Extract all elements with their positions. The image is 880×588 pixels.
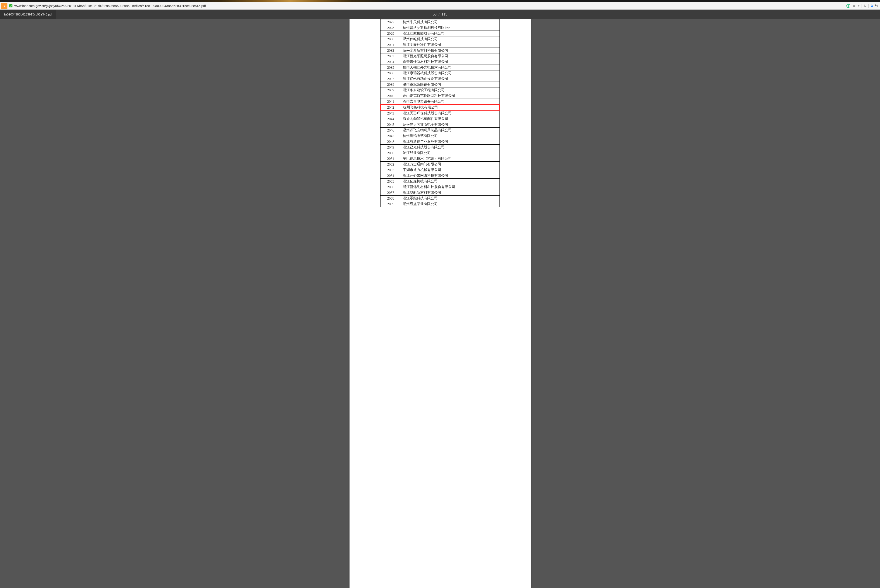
company-name: 辛巴信息技术（杭州）有限公司 bbox=[401, 156, 500, 162]
table-row: 2055浙江亿森机械有限公司 bbox=[381, 178, 500, 184]
pdf-tab[interactable]: 9a09034385b6283915cc92e545.pdf bbox=[0, 10, 56, 19]
company-table: 2027杭州牛贝科技有限公司2028杭州普洛赛斯检测科技有限公司2029浙江红鹰… bbox=[380, 19, 500, 207]
row-number: 2029 bbox=[381, 31, 401, 36]
row-number: 2035 bbox=[381, 65, 401, 70]
company-name: 浙江明泰标准件有限公司 bbox=[401, 42, 500, 48]
url-text: www.innocom.gov.cn/gxjsqyrdw/zsa/201811/… bbox=[14, 4, 206, 8]
row-number: 2057 bbox=[381, 190, 401, 196]
row-number: 2059 bbox=[381, 201, 401, 207]
company-name: 浙江华彩新材料有限公司 bbox=[401, 190, 500, 196]
row-number: 2032 bbox=[381, 48, 401, 53]
table-row: 2032绍兴东升新材料科技有限公司 bbox=[381, 48, 500, 53]
table-row: 2036浙江康瑞器械科技股份有限公司 bbox=[381, 70, 500, 76]
company-name: 浙江开心果网络科技有限公司 bbox=[401, 173, 500, 178]
table-row: 2051辛巴信息技术（杭州）有限公司 bbox=[381, 156, 500, 162]
company-name: 嘉善东佳新材料科技有限公司 bbox=[401, 59, 500, 65]
table-row: 2040舟山麦克斯韦物联网科技有限公司 bbox=[381, 93, 500, 99]
row-number: 2036 bbox=[381, 70, 401, 76]
row-number: 2027 bbox=[381, 20, 401, 25]
row-number: 2031 bbox=[381, 42, 401, 48]
company-name: 浙江华东建设工程有限公司 bbox=[401, 87, 500, 93]
company-name: 浙江新远见材料科技股份有限公司 bbox=[401, 184, 500, 190]
row-number: 2049 bbox=[381, 145, 401, 150]
row-number: 2051 bbox=[381, 156, 401, 162]
table-row: 2053平湖市通力机械有限公司 bbox=[381, 167, 500, 173]
row-number: 2056 bbox=[381, 184, 401, 190]
company-name: 湖州吉泰电力设备有限公司 bbox=[401, 99, 500, 105]
row-number: 2042 bbox=[381, 105, 401, 110]
table-row: 2033浙江新光阳照明股份有限公司 bbox=[381, 53, 500, 59]
baidu-paw-icon[interactable] bbox=[870, 4, 874, 8]
company-name: 浙江省通信产业服务有限公司 bbox=[401, 139, 500, 145]
separator bbox=[868, 4, 869, 8]
row-number: 2048 bbox=[381, 139, 401, 145]
company-name: 浙江零跑科技有限公司 bbox=[401, 196, 500, 201]
table-row: 2047杭州昕鸿布艺有限公司 bbox=[381, 133, 500, 139]
extension-globe-icon[interactable] bbox=[846, 4, 850, 8]
table-row: 2059湖州嘉盛茶业有限公司 bbox=[381, 201, 500, 207]
row-number: 2045 bbox=[381, 122, 401, 128]
company-name: 杭州昕鸿布艺有限公司 bbox=[401, 133, 500, 139]
table-row: 2035杭州天铂红外光电技术有限公司 bbox=[381, 65, 500, 70]
table-row: 2056浙江新远见材料科技股份有限公司 bbox=[381, 184, 500, 190]
row-number: 2037 bbox=[381, 76, 401, 82]
table-row: 2027杭州牛贝科技有限公司 bbox=[381, 20, 500, 25]
address-bar-row: ✓ www.innocom.gov.cn/gxjsqyrdw/zsa/20181… bbox=[0, 2, 880, 10]
user-label[interactable]: 张 bbox=[875, 4, 878, 8]
table-row: 2030温州倬屹科技有限公司 bbox=[381, 36, 500, 42]
table-row: 2038温州市冠豪眼镜有限公司 bbox=[381, 82, 500, 87]
company-name: 温州市冠豪眼镜有限公司 bbox=[401, 82, 500, 87]
row-number: 2040 bbox=[381, 93, 401, 99]
pdf-document-area[interactable]: 2027杭州牛贝科技有限公司2028杭州普洛赛斯检测科技有限公司2029浙江红鹰… bbox=[0, 19, 880, 588]
url-display[interactable]: www.innocom.gov.cn/gxjsqyrdw/zsa/201811/… bbox=[14, 4, 845, 8]
row-number: 2052 bbox=[381, 162, 401, 167]
table-row: 2050沪江线业有限公司 bbox=[381, 150, 500, 156]
company-name: 温州源飞宠物玩具制品有限公司 bbox=[401, 128, 500, 133]
row-number: 2050 bbox=[381, 150, 401, 156]
current-page[interactable]: 53 bbox=[433, 12, 436, 16]
row-number: 2053 bbox=[381, 167, 401, 173]
row-number: 2030 bbox=[381, 36, 401, 42]
table-row: 2039浙江华东建设工程有限公司 bbox=[381, 87, 500, 93]
table-row: 2031浙江明泰标准件有限公司 bbox=[381, 42, 500, 48]
company-name: 浙江万士通阀门有限公司 bbox=[401, 162, 500, 167]
company-name: 浙江亚光科技股份有限公司 bbox=[401, 145, 500, 150]
svg-point-0 bbox=[871, 5, 871, 6]
row-number: 2054 bbox=[381, 173, 401, 178]
company-name: 沪江线业有限公司 bbox=[401, 150, 500, 156]
svg-point-3 bbox=[871, 6, 873, 7]
table-row: 2057浙江华彩新材料有限公司 bbox=[381, 190, 500, 196]
dropdown-caret-icon[interactable]: ▼ bbox=[857, 4, 860, 7]
table-row: 2041湖州吉泰电力设备有限公司 bbox=[381, 99, 500, 105]
company-name: 平湖市通力机械有限公司 bbox=[401, 167, 500, 173]
window-top-strip bbox=[0, 0, 880, 2]
company-name: 浙江红鹰集团股份有限公司 bbox=[401, 31, 500, 36]
company-name: 浙江亿森机械有限公司 bbox=[401, 178, 500, 184]
table-row: 2034嘉善东佳新材料科技有限公司 bbox=[381, 59, 500, 65]
site-secure-icon: ✓ bbox=[9, 4, 13, 8]
table-row: 2048浙江省通信产业服务有限公司 bbox=[381, 139, 500, 145]
company-name: 杭州飞畅科技有限公司 bbox=[401, 105, 500, 110]
back-button[interactable] bbox=[1, 3, 8, 9]
row-number: 2044 bbox=[381, 116, 401, 122]
company-name: 杭州牛贝科技有限公司 bbox=[401, 20, 500, 25]
company-name: 杭州普洛赛斯检测科技有限公司 bbox=[401, 25, 500, 31]
table-row: 2049浙江亚光科技股份有限公司 bbox=[381, 145, 500, 150]
company-name: 杭州天铂红外光电技术有限公司 bbox=[401, 65, 500, 70]
svg-point-2 bbox=[872, 5, 873, 6]
table-row: 2028杭州普洛赛斯检测科技有限公司 bbox=[381, 25, 500, 31]
reload-icon[interactable]: ↻ bbox=[863, 4, 867, 8]
table-row: 2043浙江天乙环保科技股份有限公司 bbox=[381, 110, 500, 116]
row-number: 2043 bbox=[381, 110, 401, 116]
total-pages: 115 bbox=[441, 12, 447, 16]
bookmark-star-icon[interactable]: ★ bbox=[852, 4, 856, 8]
pdf-toolbar: 9a09034385b6283915cc92e545.pdf 53 / 115 bbox=[0, 10, 880, 19]
company-name: 浙江新光阳照明股份有限公司 bbox=[401, 53, 500, 59]
table-row: 2052浙江万士通阀门有限公司 bbox=[381, 162, 500, 167]
table-row: 2037浙江亿帆自动化设备有限公司 bbox=[381, 76, 500, 82]
company-name: 浙江亿帆自动化设备有限公司 bbox=[401, 76, 500, 82]
row-number: 2034 bbox=[381, 59, 401, 65]
company-name: 舟山麦克斯韦物联网科技有限公司 bbox=[401, 93, 500, 99]
row-number: 2033 bbox=[381, 53, 401, 59]
company-name: 浙江天乙环保科技股份有限公司 bbox=[401, 110, 500, 116]
